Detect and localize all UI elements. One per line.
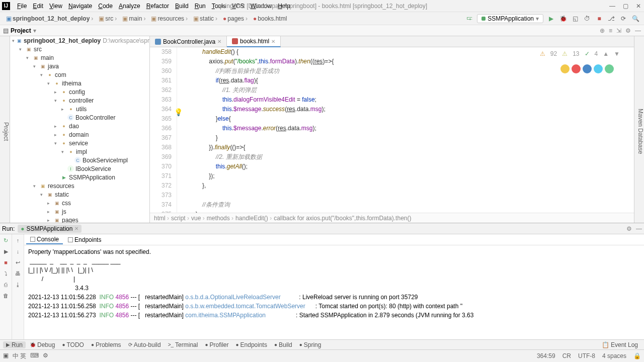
- breadcrumb[interactable]: ▣resources: [149, 15, 191, 22]
- bottom-tool-endpoints[interactable]: ●Endpoints: [233, 341, 270, 348]
- tree-node[interactable]: ▸●domain: [10, 130, 149, 139]
- menu-build[interactable]: Build: [172, 3, 192, 10]
- tree-node[interactable]: ▾▣static: [10, 190, 149, 199]
- caret-position[interactable]: 364:59: [537, 352, 555, 359]
- run-icon[interactable]: ▶: [546, 14, 555, 23]
- tree-node[interactable]: ▾●impl: [10, 147, 149, 156]
- tree-node[interactable]: ▾●com: [10, 70, 149, 79]
- run-toolbar-inner[interactable]: ↑ ↓ ↩ 🖶 ⭳: [12, 234, 24, 339]
- code-crumb[interactable]: methods: [207, 215, 233, 222]
- expand-all-icon[interactable]: ≡: [609, 27, 612, 34]
- tree-node[interactable]: ▸●config: [10, 87, 149, 96]
- bottom-tool-build[interactable]: ●Build: [271, 341, 295, 348]
- tree-node[interactable]: ▾▣resources: [10, 182, 149, 190]
- code-crumb[interactable]: callback for axios.put("/books",this.for…: [274, 215, 411, 222]
- hide-icon[interactable]: —: [635, 27, 641, 34]
- git-icon[interactable]: ⎇: [607, 14, 616, 23]
- bottom-tool-run[interactable]: ▶Run: [3, 341, 26, 348]
- coverage-icon[interactable]: ◱: [571, 14, 580, 23]
- tree-node[interactable]: ▸▣css: [10, 199, 149, 207]
- bottom-tool-debug[interactable]: 🐞Debug: [27, 341, 58, 348]
- console-output[interactable]: Property 'mapperLocations' was not speci…: [24, 245, 644, 339]
- bottom-tool-terminal[interactable]: >_Terminal: [165, 341, 201, 348]
- tree-node[interactable]: ▾▣src: [10, 45, 149, 53]
- run-config-selector[interactable]: SSMPApplication▾: [477, 14, 543, 23]
- close-icon[interactable]: ✕: [271, 39, 275, 44]
- code-crumb[interactable]: handleEdit(): [235, 215, 272, 222]
- collapse-all-icon[interactable]: ⇲: [616, 27, 621, 34]
- event-log[interactable]: 📋Event Log: [599, 341, 641, 348]
- menu-run[interactable]: Run: [192, 3, 209, 10]
- run-subtab[interactable]: Console: [26, 235, 63, 244]
- editor-tab[interactable]: books.html✕: [227, 36, 281, 47]
- close-button[interactable]: ✕: [635, 3, 642, 10]
- encoding[interactable]: UTF-8: [578, 352, 595, 359]
- code-crumb[interactable]: vue: [191, 215, 205, 222]
- build-icon[interactable]: ⮓: [465, 14, 474, 23]
- menu-refactor[interactable]: Refactor: [143, 3, 172, 10]
- maximize-button[interactable]: ▢: [622, 3, 629, 10]
- tree-node[interactable]: ▸●dao: [10, 122, 149, 130]
- tree-node[interactable]: CBookServiceImpl: [10, 156, 149, 164]
- menu-analyze[interactable]: Analyze: [116, 3, 143, 10]
- tree-node[interactable]: IIBookService: [10, 164, 149, 173]
- breadcrumb[interactable]: ▣main: [120, 15, 149, 22]
- status-icon2[interactable]: ⚙: [43, 352, 48, 360]
- update-icon[interactable]: ⟳: [619, 14, 628, 23]
- bottom-tool-auto-build[interactable]: ⟳Auto-build: [125, 341, 164, 348]
- search-icon[interactable]: 🔍: [631, 14, 640, 23]
- run-tab[interactable]: ●SSMPApplication✕: [18, 225, 82, 233]
- select-opened-icon[interactable]: ⊕: [600, 27, 605, 34]
- ime-indicator[interactable]: 中 英: [13, 352, 26, 360]
- status-icon1[interactable]: ⌨: [30, 352, 39, 360]
- tree-node[interactable]: ▾●itheima: [10, 79, 149, 87]
- breadcrumb[interactable]: ▣static: [191, 15, 221, 22]
- menu-file[interactable]: File: [14, 3, 30, 10]
- tree-node[interactable]: ▶SSMPApplication: [10, 173, 149, 182]
- bottom-tool-todo[interactable]: ●TODO: [59, 341, 87, 348]
- tree-node[interactable]: ▾●controller: [10, 96, 149, 105]
- tree-node[interactable]: ▸▣pages: [10, 216, 149, 223]
- code-content[interactable]: handleEdit() { axios.put("/books",this.f…: [177, 47, 634, 213]
- menu-code[interactable]: Code: [95, 3, 116, 10]
- breadcrumb[interactable]: ▣src: [97, 15, 120, 22]
- code-crumb[interactable]: script: [171, 215, 189, 222]
- tree-node[interactable]: ▾▣springboot_12_hot_deployD:\workspace\s…: [10, 36, 149, 45]
- run-toolbar-left[interactable]: ↻ ▶ ■ ⤵ ⎙ 🗑: [0, 234, 12, 339]
- code-breadcrumbs[interactable]: htmlscriptvuemethodshandleEdit()callback…: [150, 213, 634, 223]
- profile-icon[interactable]: ⏱: [583, 14, 592, 23]
- gutter[interactable]: 3583593603613623633643653663673683693703…: [150, 47, 177, 213]
- indent[interactable]: 4 spaces: [602, 352, 626, 359]
- close-icon[interactable]: ✕: [217, 39, 221, 44]
- editor-tab[interactable]: BookController.java✕: [150, 36, 227, 47]
- bottom-tool-spring[interactable]: ●Spring: [296, 341, 325, 348]
- stop-icon[interactable]: ■: [595, 14, 604, 23]
- run-settings-icon[interactable]: ⚙: [626, 225, 632, 232]
- menu-edit[interactable]: Edit: [30, 3, 46, 10]
- tree-node[interactable]: ▾▣main: [10, 53, 149, 62]
- settings-icon[interactable]: ⚙: [625, 27, 631, 34]
- bottom-tool-problems[interactable]: ●Problems: [88, 341, 124, 348]
- code-crumb[interactable]: html: [154, 215, 169, 222]
- left-stripe[interactable]: Project Structure Favorites: [0, 36, 10, 223]
- tree-node[interactable]: ▾▣java: [10, 62, 149, 70]
- readonly-icon[interactable]: 🔒: [633, 352, 641, 359]
- toolwindows-icon[interactable]: ▣: [3, 352, 9, 360]
- tree-node[interactable]: ▸●utils: [10, 105, 149, 113]
- tree-node[interactable]: CBookController: [10, 113, 149, 122]
- breadcrumb[interactable]: ●books.html: [251, 15, 292, 22]
- debug-icon[interactable]: 🐞: [558, 14, 568, 23]
- project-dropdown[interactable]: ▤Project▾: [3, 27, 36, 34]
- breadcrumb[interactable]: ▣springboot_12_hot_deploy: [4, 15, 97, 22]
- line-sep[interactable]: CR: [562, 352, 571, 359]
- bottom-tool-profiler[interactable]: ●Profiler: [202, 341, 231, 348]
- minimize-button[interactable]: —: [609, 3, 616, 10]
- tree-node[interactable]: ▸▣js: [10, 207, 149, 216]
- right-stripe[interactable]: Maven Database: [634, 36, 644, 223]
- run-hide-icon[interactable]: —: [636, 225, 642, 232]
- menu-view[interactable]: View: [46, 3, 65, 10]
- run-subtab[interactable]: Endpoints: [64, 236, 105, 244]
- menu-navigate[interactable]: Navigate: [65, 3, 95, 10]
- tree-node[interactable]: ▾●service: [10, 139, 149, 147]
- breadcrumb[interactable]: ●pages: [221, 15, 251, 22]
